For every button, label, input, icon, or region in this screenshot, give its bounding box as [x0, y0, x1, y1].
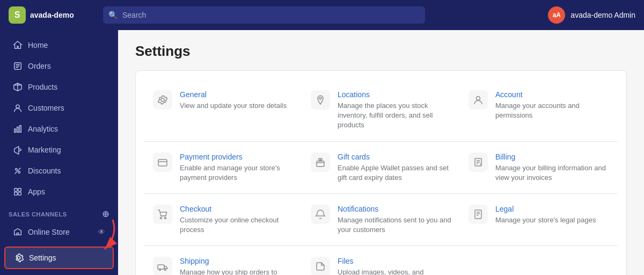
general-icon: [153, 90, 172, 110]
shipping-icon: [153, 257, 172, 275]
settings-item-legal[interactable]: Legal Manage your store's legal pages: [460, 194, 618, 246]
shipping-content: Shipping Manage how you ship orders to c…: [180, 257, 294, 275]
settings-item-general[interactable]: General View and update your store detai…: [144, 79, 302, 142]
products-icon: [13, 82, 23, 92]
files-icon: [311, 257, 330, 275]
svg-rect-35: [158, 265, 164, 269]
layout: Home Orders Products Customers Analytics: [0, 30, 644, 275]
gift-cards-desc: Enable Apple Wallet passes and set gift …: [338, 163, 451, 183]
main-content: Settings General View and update your st…: [118, 30, 644, 275]
checkout-title[interactable]: Checkout: [180, 205, 294, 213]
sidebar-item-home[interactable]: Home: [4, 35, 114, 55]
legal-content: Legal Manage your store's legal pages: [495, 205, 609, 225]
gift-cards-icon: [311, 153, 330, 172]
payment-desc: Enable and manage your store's payment p…: [180, 163, 294, 183]
payment-title[interactable]: Payment providers: [180, 153, 294, 161]
billing-title[interactable]: Billing: [495, 153, 609, 161]
discounts-icon: [13, 166, 23, 176]
legal-icon: [469, 205, 488, 224]
settings-item-shipping[interactable]: Shipping Manage how you ship orders to c…: [144, 246, 302, 275]
sidebar-label-analytics: Analytics: [28, 125, 58, 133]
arrow-indicator: [80, 217, 118, 255]
locations-desc: Manage the places you stock inventory, f…: [338, 101, 451, 131]
general-content: General View and update your store detai…: [180, 90, 294, 111]
payment-content: Payment providers Enable and manage your…: [180, 153, 294, 183]
notifications-title[interactable]: Notifications: [338, 205, 451, 213]
sidebar-label-orders: Orders: [28, 62, 51, 70]
billing-icon: $: [469, 153, 488, 172]
svg-rect-9: [20, 126, 21, 133]
username: avada-demo Admin: [570, 11, 635, 19]
files-title[interactable]: Files: [338, 257, 451, 265]
search-bar: 🔍: [103, 6, 425, 24]
svg-rect-14: [18, 189, 21, 191]
billing-desc: Manage your billing information and view…: [495, 163, 609, 183]
sidebar-label-home: Home: [28, 41, 48, 49]
legal-title[interactable]: Legal: [495, 205, 609, 213]
settings-container: Settings: [0, 247, 118, 269]
notifications-desc: Manage notifications sent to you and you…: [338, 215, 451, 235]
sales-channels-label: SALES CHANNELS: [9, 211, 67, 218]
sidebar-label-online-store: Online Store: [28, 228, 70, 236]
sidebar-label-apps: Apps: [28, 187, 45, 196]
sidebar-item-orders[interactable]: Orders: [4, 56, 114, 76]
sidebar-item-products[interactable]: Products: [4, 77, 114, 97]
sidebar-item-marketing[interactable]: Marketing: [4, 140, 114, 160]
svg-point-10: [16, 169, 18, 171]
page-title: Settings: [135, 43, 627, 60]
settings-item-checkout[interactable]: Checkout Customize your online checkout …: [144, 194, 302, 246]
checkout-desc: Customize your online checkout process: [180, 215, 294, 235]
search-input[interactable]: [103, 6, 425, 24]
account-content: Account Manage your accounts and permiss…: [495, 90, 609, 120]
header-right: aA avada-demo Admin: [548, 6, 635, 24]
account-title[interactable]: Account: [495, 90, 609, 99]
sidebar-item-discounts[interactable]: Discounts: [4, 161, 114, 181]
gift-cards-title[interactable]: Gift cards: [338, 153, 451, 161]
settings-item-account[interactable]: Account Manage your accounts and permiss…: [460, 79, 618, 142]
settings-icon: [14, 253, 24, 263]
svg-rect-13: [14, 189, 17, 191]
orders-icon: [13, 61, 23, 71]
files-content: Files Upload images, videos, and documen…: [338, 257, 451, 275]
apps-icon: [13, 187, 23, 197]
svg-point-29: [160, 217, 162, 219]
sidebar-item-apps[interactable]: Apps: [4, 182, 114, 202]
online-store-icon: [13, 227, 23, 237]
home-icon: [13, 40, 23, 50]
settings-item-notifications[interactable]: Notifications Manage notifications sent …: [302, 194, 460, 246]
analytics-icon: [13, 124, 23, 134]
settings-item-files[interactable]: Files Upload images, videos, and documen…: [302, 246, 460, 275]
locations-title[interactable]: Locations: [338, 90, 451, 99]
svg-point-6: [16, 105, 19, 108]
logo-icon: S: [9, 6, 26, 24]
logo[interactable]: S avada-demo: [9, 6, 94, 24]
svg-rect-15: [14, 192, 17, 195]
sidebar-item-analytics[interactable]: Analytics: [4, 119, 114, 139]
billing-content: Billing Manage your billing information …: [495, 153, 609, 183]
sidebar-item-customers[interactable]: Customers: [4, 98, 114, 118]
svg-point-20: [477, 97, 480, 100]
svg-rect-8: [17, 127, 19, 132]
header: S avada-demo 🔍 aA avada-demo Admin: [0, 0, 644, 30]
settings-item-payment[interactable]: Payment providers Enable and manage your…: [144, 142, 302, 194]
settings-grid-container: General View and update your store detai…: [135, 70, 627, 275]
checkout-content: Checkout Customize your online checkout …: [180, 205, 294, 235]
general-title[interactable]: General: [180, 90, 294, 99]
legal-desc: Manage your store's legal pages: [495, 215, 609, 225]
settings-item-billing[interactable]: $ Billing Manage your billing informatio…: [460, 142, 618, 194]
svg-rect-21: [158, 160, 167, 166]
payment-icon: [153, 153, 172, 172]
shipping-title[interactable]: Shipping: [180, 257, 294, 265]
svg-point-11: [18, 171, 20, 173]
shipping-desc: Manage how you ship orders to customers: [180, 267, 294, 275]
settings-item-gift-cards[interactable]: Gift cards Enable Apple Wallet passes an…: [302, 142, 460, 194]
locations-content: Locations Manage the places you stock in…: [338, 90, 451, 131]
sidebar-label-customers: Customers: [28, 104, 64, 112]
notifications-icon: [311, 205, 330, 224]
avatar: aA: [548, 6, 565, 24]
notifications-content: Notifications Manage notifications sent …: [338, 205, 451, 235]
settings-item-locations[interactable]: Locations Manage the places you stock in…: [302, 79, 460, 142]
svg-rect-17: [17, 233, 19, 235]
svg-rect-16: [18, 192, 21, 195]
svg-point-19: [319, 97, 321, 99]
